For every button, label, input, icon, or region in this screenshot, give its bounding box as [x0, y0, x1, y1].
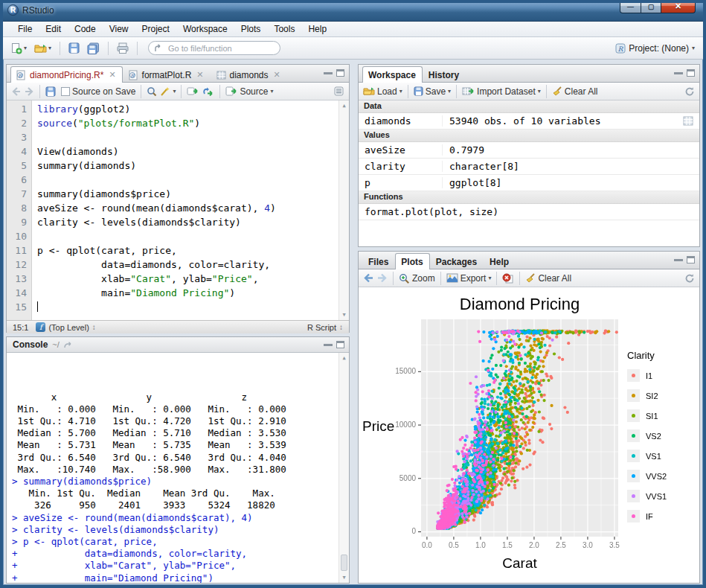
refresh-icon[interactable] — [684, 273, 695, 284]
code-line: p <- qplot(carat, price, — [37, 243, 349, 258]
pane-maximize-icon[interactable] — [336, 69, 344, 77]
clear-all-button[interactable]: Clear All — [565, 86, 598, 97]
goto-file-input[interactable] — [167, 43, 271, 54]
workspace-object-clarity[interactable]: clarity character[8] — [359, 159, 699, 175]
new-file-icon — [10, 42, 22, 54]
close-icon[interactable]: ✕ — [109, 70, 115, 80]
code-tools-wand-icon[interactable] — [159, 86, 170, 97]
tab-diamonds-data[interactable]: diamonds ✕ — [211, 66, 287, 83]
code-line: summary(diamonds) — [37, 159, 349, 173]
tab-files[interactable]: Files — [362, 253, 395, 269]
data-grid-icon — [216, 71, 226, 80]
save-icon[interactable] — [45, 86, 56, 97]
new-file-button[interactable]: ▾ — [8, 41, 29, 56]
next-plot-icon[interactable] — [376, 273, 388, 283]
legend-dot — [632, 474, 635, 478]
menu-item-tools[interactable]: Tools — [267, 22, 301, 36]
save-all-button[interactable] — [85, 41, 102, 56]
forward-icon[interactable] — [24, 87, 34, 96]
previous-plot-icon[interactable] — [363, 273, 374, 283]
x-axis-label: Carat — [421, 555, 618, 572]
menu-item-plots[interactable]: Plots — [234, 22, 268, 36]
workspace-object-format-plot[interactable]: format.plot(plot, size) — [359, 204, 699, 220]
export-button[interactable]: Export — [460, 273, 487, 284]
view-data-grid-icon[interactable] — [683, 116, 693, 126]
save-button[interactable] — [66, 41, 82, 55]
tab-help[interactable]: Help — [484, 253, 516, 269]
pane-maximize-icon[interactable] — [336, 341, 344, 348]
object-name: p — [359, 177, 443, 188]
pane-minimize-icon[interactable] — [674, 71, 683, 74]
console-output[interactable]: ▲ ▼ x y z Min. : 0.000 Min. : 0.000 Min.… — [7, 353, 349, 583]
print-button[interactable] — [115, 41, 131, 55]
run-line-icon[interactable] — [187, 86, 199, 96]
pane-minimize-icon[interactable] — [324, 71, 333, 74]
console-scrollbar[interactable]: ▲ ▼ — [338, 353, 349, 583]
tab-packages[interactable]: Packages — [430, 253, 484, 269]
compile-notebook-icon[interactable] — [333, 86, 344, 96]
rerun-previous-icon[interactable] — [202, 86, 214, 96]
tab-plots[interactable]: Plots — [395, 253, 429, 269]
close-icon[interactable]: ✕ — [196, 70, 203, 80]
function-scope-icon: f — [36, 322, 45, 332]
code-line — [37, 229, 349, 243]
workspace-object-avesize[interactable]: aveSize 0.7979 — [359, 142, 699, 159]
scope-selector[interactable]: f (Top Level) ↕ — [36, 322, 95, 332]
scroll-up-icon[interactable]: ▲ — [339, 354, 349, 362]
close-button[interactable]: ✕ — [661, 0, 696, 13]
r-file-icon: R — [129, 70, 138, 80]
menu-item-view[interactable]: View — [103, 22, 135, 36]
remove-plot-icon[interactable] — [502, 273, 514, 284]
open-file-button[interactable]: ▾ — [32, 42, 54, 55]
workspace-pane: Workspace History Load ▾ Save ▾ — [358, 64, 700, 247]
save-button[interactable]: Save — [426, 86, 446, 97]
menu-item-workspace[interactable]: Workspace — [176, 22, 234, 36]
pane-minimize-icon[interactable] — [324, 343, 333, 346]
workspace-object-p[interactable]: p ggplot[8] — [359, 175, 699, 191]
close-icon[interactable]: ✕ — [274, 70, 280, 80]
import-dataset-button[interactable]: Import Dataset — [477, 86, 536, 97]
goto-file-search[interactable] — [148, 41, 280, 55]
load-button[interactable]: Load — [377, 86, 397, 97]
code-editor[interactable]: 123456789101112131415 library(ggplot2)so… — [7, 100, 349, 320]
tab-diamondpricing[interactable]: R diamondPricing.R* ✕ — [10, 66, 123, 83]
refresh-icon[interactable] — [684, 86, 695, 97]
pane-maximize-icon[interactable] — [687, 256, 695, 263]
clear-all-button[interactable]: Clear All — [538, 273, 571, 284]
minimize-button[interactable]: — — [620, 0, 641, 13]
tab-formatplot[interactable]: R formatPlot.R ✕ — [123, 66, 211, 83]
source-file-icon[interactable] — [225, 86, 237, 96]
menu-item-code[interactable]: Code — [68, 22, 103, 36]
line-number: 10 — [7, 229, 27, 243]
editor-scrollbar[interactable]: ▲ ▼ — [338, 100, 349, 320]
back-icon[interactable] — [11, 87, 22, 96]
pane-maximize-icon[interactable] — [687, 69, 695, 77]
project-menu-button[interactable]: R Project: (None) ▾ — [612, 42, 698, 55]
source-button-label[interactable]: Source — [240, 86, 268, 97]
open-in-window-icon[interactable] — [64, 341, 74, 348]
console-output-line: 3rd Qu.: 6.540 3rd Qu.: 6.540 3rd Qu.: 4… — [12, 452, 334, 464]
maximize-button[interactable]: ▢ — [641, 0, 661, 13]
scroll-down-icon[interactable]: ▼ — [339, 573, 349, 582]
tab-history[interactable]: History — [423, 66, 466, 83]
filetype-selector[interactable]: R Script ↕ — [307, 323, 343, 332]
scroll-up-icon[interactable]: ▲ — [339, 101, 349, 110]
tab-workspace[interactable]: Workspace — [362, 66, 423, 83]
menu-item-help[interactable]: Help — [301, 22, 333, 36]
menu-item-file[interactable]: File — [11, 22, 39, 36]
legend-label: VVS2 — [646, 472, 667, 481]
menu-item-project[interactable]: Project — [135, 22, 176, 36]
find-icon[interactable] — [147, 86, 157, 97]
code-content[interactable]: library(ggplot2)source("plots/formatPlot… — [32, 100, 349, 320]
title-bar[interactable]: R RStudio — ▢ ✕ — [0, 0, 706, 22]
source-on-save-checkbox[interactable] — [61, 87, 70, 96]
pane-minimize-icon[interactable] — [674, 258, 683, 261]
zoom-button[interactable]: Zoom — [412, 273, 435, 284]
console-command-line: > aveSize <- round(mean(diamonds$carat),… — [12, 512, 334, 524]
menu-item-edit[interactable]: Edit — [39, 22, 68, 36]
scroll-down-icon[interactable]: ▼ — [339, 310, 349, 319]
scrollbar-thumb[interactable] — [341, 555, 347, 571]
workspace-object-diamonds[interactable]: diamonds 53940 obs. of 10 variables — [359, 113, 699, 130]
legend-item-vs1: VS1 — [627, 446, 667, 466]
save-workspace-icon — [414, 86, 423, 96]
